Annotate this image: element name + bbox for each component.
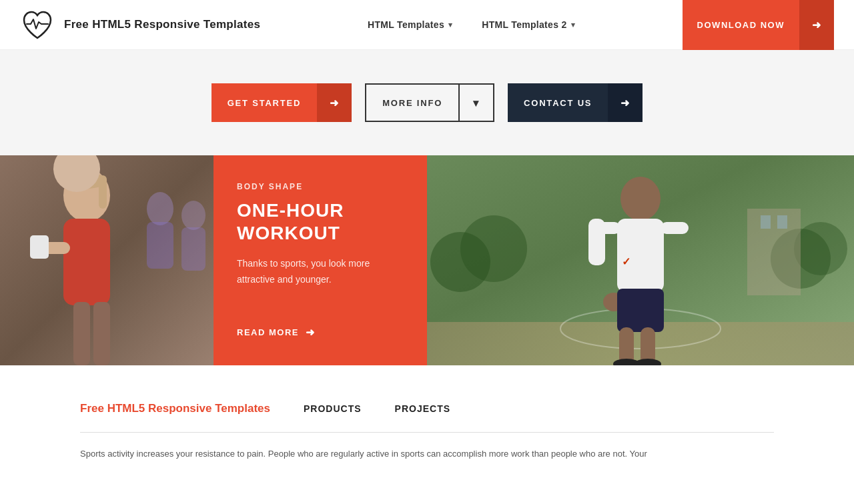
more-info-button[interactable]: MORE INFO ▾	[365, 83, 494, 122]
svg-rect-6	[30, 235, 49, 259]
logo-icon[interactable]	[20, 7, 55, 42]
footer-body-text: Sports activity increases your resistanc…	[80, 446, 774, 461]
card-subtitle: BODY SHAPE	[237, 182, 404, 191]
chevron-down-icon: ▾	[448, 21, 452, 29]
svg-rect-38	[761, 215, 771, 229]
svg-text:✓: ✓	[622, 256, 630, 267]
hero-buttons-section: GET STARTED ➜ MORE INFO ▾ CONTACT US ➜	[0, 50, 854, 155]
footer-section: Free HTML5 Responsive Templates PRODUCTS…	[0, 365, 854, 475]
footer-nav-products[interactable]: PRODUCTS	[304, 403, 362, 414]
svg-rect-2	[63, 219, 110, 305]
footer-site-title[interactable]: Free HTML5 Responsive Templates	[80, 402, 270, 415]
svg-rect-12	[181, 227, 205, 271]
cards-section: BODY SHAPE ONE-HOUR WORKOUT Thanks to sp…	[0, 155, 854, 365]
svg-rect-17	[617, 219, 664, 292]
svg-rect-3	[73, 302, 90, 365]
svg-point-16	[620, 177, 661, 221]
svg-rect-8	[99, 175, 107, 209]
svg-point-34	[460, 215, 527, 282]
svg-rect-19	[588, 219, 605, 265]
card-title: ONE-HOUR WORKOUT	[237, 199, 404, 244]
svg-rect-39	[777, 215, 787, 229]
site-header: Free HTML5 Responsive Templates HTML Tem…	[0, 0, 854, 50]
chevron-down-icon: ▾	[458, 85, 493, 121]
header-brand: Free HTML5 Responsive Templates	[20, 7, 260, 42]
get-started-button[interactable]: GET STARTED ➜	[211, 83, 352, 122]
footer-divider	[80, 432, 774, 433]
read-more-link-body-shape[interactable]: READ MORE ➜	[237, 326, 404, 339]
svg-rect-27	[617, 289, 664, 332]
svg-point-9	[147, 192, 173, 225]
svg-rect-4	[93, 302, 110, 365]
contact-us-button[interactable]: CONTACT US ➜	[508, 83, 643, 122]
card-body-shape: BODY SHAPE ONE-HOUR WORKOUT Thanks to sp…	[214, 155, 427, 365]
nav-item-html-templates[interactable]: HTML Templates ▾	[353, 0, 467, 50]
svg-rect-20	[661, 222, 689, 234]
chevron-down-icon: ▾	[571, 21, 575, 29]
download-now-button[interactable]: DOWNLOAD NOW ➜	[683, 0, 834, 50]
arrow-right-icon: ➜	[317, 83, 352, 122]
main-nav: HTML Templates ▾ HTML Templates 2 ▾	[353, 0, 590, 50]
footer-nav-projects[interactable]: PROJECTS	[395, 403, 450, 414]
arrow-right-icon: ➜	[306, 326, 316, 339]
svg-point-36	[794, 222, 847, 275]
nav-item-html-templates-2[interactable]: HTML Templates 2 ▾	[467, 0, 590, 50]
site-title: Free HTML5 Responsive Templates	[64, 18, 260, 31]
card-description: Thanks to sports, you look more attracti…	[237, 256, 404, 288]
svg-rect-37	[747, 209, 801, 295]
svg-rect-10	[147, 222, 173, 269]
photo-card-left	[0, 155, 214, 365]
svg-point-11	[181, 201, 205, 230]
arrow-right-icon: ➜	[608, 83, 643, 122]
download-button-wrapper: DOWNLOAD NOW ➜	[683, 0, 834, 50]
photo-bg-gym-woman	[0, 155, 214, 365]
footer-nav: Free HTML5 Responsive Templates PRODUCTS…	[80, 402, 774, 415]
arrow-right-icon: ➜	[799, 0, 834, 50]
photo-card-center: ✓	[427, 155, 854, 365]
